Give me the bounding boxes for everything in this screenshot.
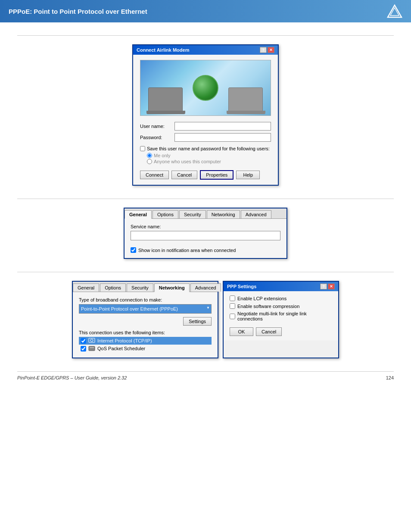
connection-type-select[interactable]: Point-to-Point Protocol over Ethernet (P… (79, 304, 212, 314)
ppp-dialog-title: PPP Settings (227, 284, 256, 289)
connect-dialog-container: Connect Airlink Modem ? ✕ User name: (17, 44, 394, 186)
me-only-radio[interactable] (147, 153, 152, 158)
tab-advanced[interactable]: Advanced (241, 210, 271, 218)
show-icon-label: Show icon in notification area when conn… (138, 248, 236, 253)
connection-type-label: Type of broadband connection to make: (79, 297, 212, 302)
save-credentials-row: Save this user name and password for the… (140, 146, 271, 151)
multilink-label: Negotiate multi-link for single link con… (237, 311, 332, 321)
connect-dialog-title: Connect Airlink Modem (137, 47, 189, 53)
titlebar-help-btn[interactable]: ? (260, 47, 267, 53)
globe-icon (193, 75, 218, 101)
username-input[interactable] (174, 122, 271, 131)
password-row: Password: (140, 133, 271, 142)
titlebar-close-btn[interactable]: ✕ (268, 47, 274, 53)
properties-dialog: General Options Security Networking Adva… (124, 208, 287, 259)
page-title: PPPoE: Point to Point Protocol over Ethe… (9, 8, 147, 15)
password-label: Password: (140, 135, 174, 140)
scheduler-icon (88, 345, 95, 352)
compression-row: Enable software compression (230, 303, 332, 309)
username-label: User name: (140, 124, 174, 129)
laptop-left-icon (148, 87, 183, 111)
show-icon-row: Show icon in notification area when conn… (131, 247, 280, 253)
svg-point-3 (90, 339, 93, 342)
settings-button[interactable]: Settings (183, 317, 212, 326)
multilink-row: Negotiate multi-link for single link con… (230, 311, 332, 321)
tab-networking[interactable]: Networking (207, 210, 240, 218)
ppp-body: Enable LCP extensions Enable software co… (224, 291, 338, 340)
connection-type-wrapper: Point-to-Point Protocol over Ethernet (P… (79, 304, 212, 314)
anyone-row: Anyone who uses this computer (147, 159, 271, 164)
tcpip-checkbox[interactable] (81, 338, 86, 344)
page-footer: PinPoint-E EDGE/GPRS – User Guide, versi… (17, 371, 394, 380)
qos-checkbox[interactable] (81, 346, 86, 352)
net-tab-options[interactable]: Options (100, 283, 126, 292)
airlink-logo-icon (387, 3, 402, 19)
net-tab-general[interactable]: General (73, 283, 99, 292)
top-divider (17, 35, 394, 36)
ppp-button-row: OK Cancel (230, 327, 332, 336)
page-header: PPPoE: Point to Point Protocol over Ethe… (0, 0, 411, 22)
properties-body: Service name: Show icon in notification … (125, 219, 286, 258)
svg-rect-4 (89, 346, 95, 351)
service-name-input[interactable] (131, 231, 280, 240)
compression-label: Enable software compression (237, 304, 299, 309)
username-row: User name: (140, 122, 271, 131)
networking-section: General Options Security Networking Adva… (17, 281, 394, 358)
service-name-label: Service name: (131, 224, 280, 229)
properties-dialog-container: General Options Security Networking Adva… (17, 208, 394, 259)
svg-rect-5 (90, 347, 94, 348)
cancel-button[interactable]: Cancel (171, 171, 197, 179)
lcp-row: Enable LCP extensions (230, 296, 332, 301)
show-icon-checkbox[interactable] (131, 247, 136, 253)
titlebar-buttons: ? ✕ (260, 47, 274, 53)
connect-image-banner (140, 60, 271, 116)
properties-button[interactable]: Properties (200, 170, 234, 180)
multilink-checkbox[interactable] (230, 314, 235, 319)
networking-dialog: General Options Security Networking Adva… (72, 281, 218, 358)
connect-dialog: Connect Airlink Modem ? ✕ User name: (132, 44, 279, 186)
me-only-row: Me only (147, 153, 271, 158)
svg-marker-1 (390, 8, 399, 16)
networking-tabs-bar: General Options Security Networking Adva… (73, 282, 218, 292)
connection-items-label: This connection uses the following items… (79, 330, 212, 335)
net-tab-networking[interactable]: Networking (154, 283, 190, 292)
connect-dialog-titlebar: Connect Airlink Modem ? ✕ (133, 45, 278, 55)
save-for-radio-group: Me only Anyone who uses this computer (147, 153, 271, 164)
ppp-dialog-titlebar: PPP Settings ? ✕ (224, 282, 338, 291)
ppp-settings-dialog: PPP Settings ? ✕ Enable LCP extensions E… (223, 281, 339, 358)
network-icon (88, 338, 95, 344)
ppp-close-btn[interactable]: ✕ (328, 283, 335, 289)
password-input[interactable] (174, 133, 271, 142)
networking-body: Type of broadband connection to make: Po… (73, 292, 218, 358)
lcp-checkbox[interactable] (230, 296, 235, 301)
net-tab-security[interactable]: Security (127, 283, 153, 292)
help-button[interactable]: Help (236, 171, 260, 179)
ppp-cancel-button[interactable]: Cancel (256, 327, 282, 336)
me-only-label: Me only (154, 153, 171, 158)
tab-security[interactable]: Security (179, 210, 206, 218)
connect-button[interactable]: Connect (140, 171, 169, 179)
list-item-tcpip[interactable]: Internet Protocol (TCP/IP) (79, 337, 212, 345)
ppp-help-btn[interactable]: ? (320, 283, 327, 289)
connect-dialog-buttons: Connect Cancel Properties Help (140, 170, 271, 180)
compression-checkbox[interactable] (230, 303, 235, 309)
middle-divider2 (17, 272, 394, 272)
anyone-radio[interactable] (147, 159, 152, 164)
list-item-qos[interactable]: QoS Packet Scheduler (79, 345, 212, 352)
settings-button-row: Settings (79, 317, 212, 326)
ppp-titlebar-buttons: ? ✕ (320, 283, 335, 289)
tab-general[interactable]: General (125, 210, 152, 219)
connect-dialog-body: User name: Password: Save this user name… (133, 55, 278, 185)
properties-tabs-bar: General Options Security Networking Adva… (125, 208, 286, 219)
tab-options[interactable]: Options (153, 210, 178, 218)
laptop-right-icon (228, 87, 263, 111)
save-credentials-checkbox[interactable] (140, 146, 145, 151)
anyone-label: Anyone who uses this computer (154, 159, 221, 164)
footer-page-number: 124 (386, 375, 394, 380)
tcpip-label: Internet Protocol (TCP/IP) (97, 338, 152, 343)
net-tab-advanced[interactable]: Advanced (190, 283, 221, 292)
qos-label: QoS Packet Scheduler (97, 346, 145, 351)
footer-text: PinPoint-E EDGE/GPRS – User Guide, versi… (17, 375, 127, 380)
lcp-label: Enable LCP extensions (237, 296, 286, 301)
ppp-ok-button[interactable]: OK (230, 327, 253, 336)
